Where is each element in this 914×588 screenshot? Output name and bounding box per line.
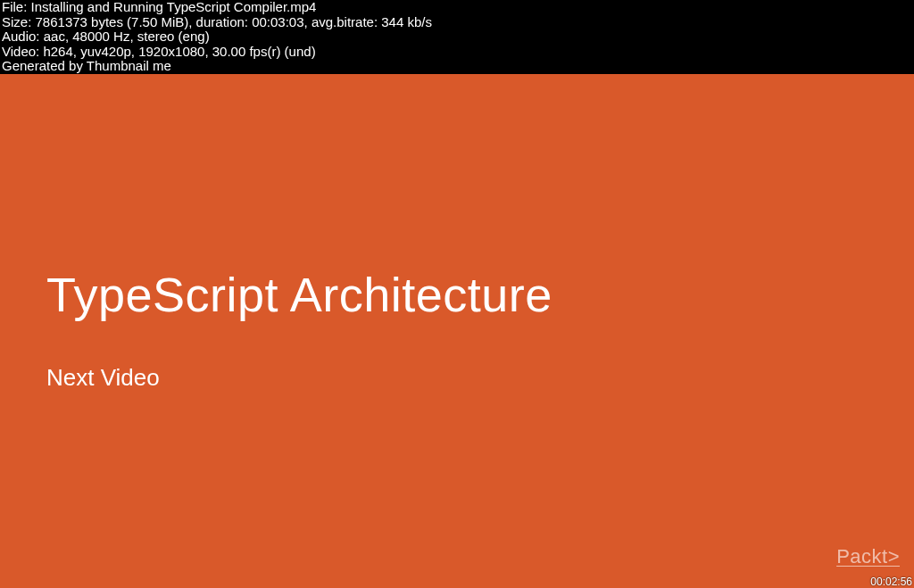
- slide-subtitle: Next Video: [46, 364, 553, 392]
- metadata-header: File: Installing and Running TypeScript …: [0, 0, 914, 74]
- generated-line: Generated by Thumbnail me: [2, 59, 912, 74]
- size-line: Size: 7861373 bytes (7.50 MiB), duration…: [2, 15, 912, 30]
- slide-content: TypeScript Architecture Next Video: [46, 269, 553, 392]
- video-thumbnail-slide: TypeScript Architecture Next Video Packt…: [0, 74, 914, 588]
- slide-title: TypeScript Architecture: [46, 269, 553, 321]
- file-line: File: Installing and Running TypeScript …: [2, 0, 912, 15]
- brand-logo: Packt>: [836, 545, 900, 568]
- audio-line: Audio: aac, 48000 Hz, stereo (eng): [2, 29, 912, 45]
- video-line: Video: h264, yuv420p, 1920x1080, 30.00 f…: [2, 45, 912, 60]
- timestamp-label: 00:02:56: [870, 576, 912, 588]
